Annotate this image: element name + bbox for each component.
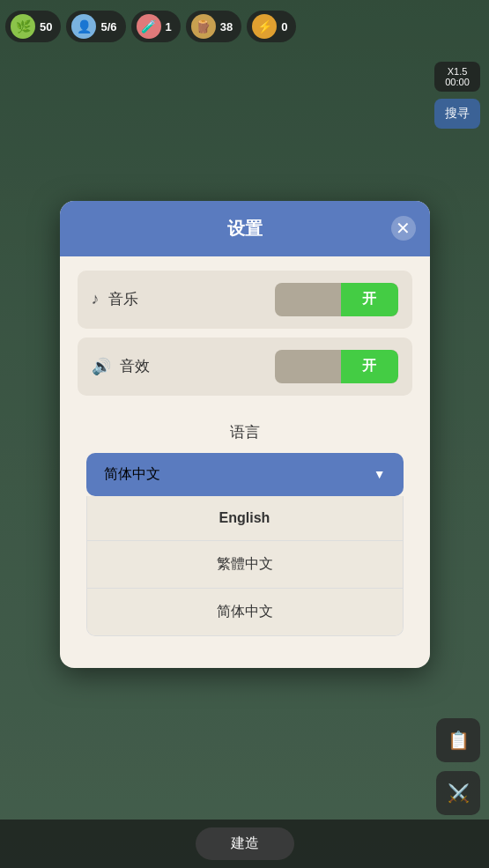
effects-toggle-row: 🔊 音效 开 [78,338,412,396]
music-label: 音乐 [108,289,138,309]
effects-toggle[interactable]: 开 [275,350,398,383]
language-section-label: 语言 [86,422,404,442]
language-section: 语言 简体中文 ▼ English 繁體中文 简体中文 [78,422,412,636]
dropdown-arrow-icon: ▼ [374,467,386,481]
settings-modal: 设置 ✕ ♪ 音乐 开 🔊 音效 [60,201,430,668]
music-toggle[interactable]: 开 [275,283,398,316]
close-button[interactable]: ✕ [391,216,416,241]
language-dropdown[interactable]: 简体中文 ▼ [86,453,404,496]
modal-header: 设置 ✕ [60,201,430,256]
music-on-label: 开 [341,283,398,316]
music-icon: ♪ [92,290,100,308]
music-label-group: ♪ 音乐 [92,289,138,309]
language-option-traditional-chinese[interactable]: 繁體中文 [87,541,403,589]
effects-label-group: 🔊 音效 [92,356,150,376]
effects-label: 音效 [120,356,150,376]
effects-on-label: 开 [341,350,398,383]
language-options-list: English 繁體中文 简体中文 [86,496,404,636]
modal-backdrop: 设置 ✕ ♪ 音乐 开 🔊 音效 [0,0,489,868]
modal-bottom-padding [78,636,412,654]
language-option-english[interactable]: English [87,496,403,541]
modal-body: ♪ 音乐 开 🔊 音效 开 语言 [60,256,430,668]
language-option-simplified-chinese[interactable]: 简体中文 [87,589,403,635]
music-toggle-row: ♪ 音乐 开 [78,271,412,329]
effects-icon: 🔊 [92,357,111,376]
selected-language-text: 简体中文 [104,465,160,484]
modal-title: 设置 [227,217,263,241]
